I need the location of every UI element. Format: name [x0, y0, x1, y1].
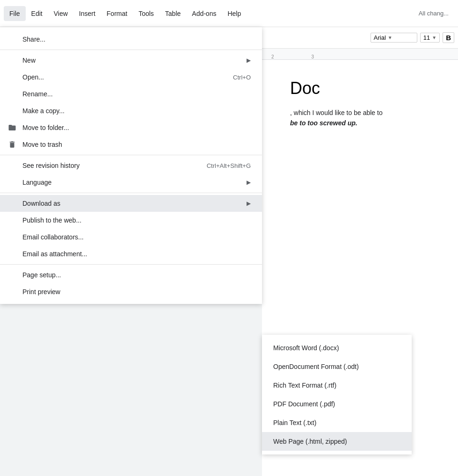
doc-body-text: , which I would like to be able to — [290, 109, 383, 116]
menu-addons[interactable]: Add-ons — [186, 6, 222, 21]
menu-file[interactable]: File — [4, 6, 26, 21]
divider-3 — [0, 193, 262, 193]
move-to-trash-label: Move to trash — [22, 141, 62, 148]
menu-item-print-preview[interactable]: Print preview — [0, 283, 262, 300]
font-name-arrow-icon: ▼ — [388, 35, 393, 40]
new-arrow-icon: ▶ — [247, 57, 251, 64]
file-menu-dropdown: Share... New ▶ Open... Ctrl+O Rename... … — [0, 27, 262, 304]
font-size-label: 11 — [423, 34, 430, 41]
rename-label: Rename... — [22, 90, 53, 98]
font-size-selector[interactable]: 11 ▼ — [420, 33, 440, 43]
ruler-tick-3: 3 — [312, 54, 314, 59]
page-setup-label: Page setup... — [22, 271, 61, 279]
menu-item-email-as-attachment[interactable]: Email as attachment... — [0, 245, 262, 262]
menu-edit[interactable]: Edit — [26, 6, 48, 21]
print-preview-label: Print preview — [22, 288, 60, 296]
menu-item-download-as[interactable]: Download as ▶ — [0, 195, 262, 212]
menu-help[interactable]: Help — [222, 6, 247, 21]
menu-item-new[interactable]: New ▶ — [0, 52, 262, 69]
trash-icon — [7, 140, 17, 149]
open-label: Open... — [22, 73, 44, 81]
submenu-item-txt[interactable]: Plain Text (.txt) — [262, 413, 412, 432]
open-shortcut: Ctrl+O — [233, 74, 251, 81]
font-size-arrow-icon: ▼ — [432, 35, 436, 40]
menu-item-move-to-folder[interactable]: Move to folder... — [0, 119, 262, 136]
bold-button[interactable]: B — [443, 32, 454, 43]
menu-item-open[interactable]: Open... Ctrl+O — [0, 69, 262, 86]
menu-item-publish-to-web[interactable]: Publish to the web... — [0, 212, 262, 229]
menu-item-language[interactable]: Language ▶ — [0, 174, 262, 191]
menu-item-share[interactable]: Share... — [0, 31, 262, 48]
all-changes-label: All chang... — [413, 6, 454, 21]
download-as-label: Download as — [22, 200, 60, 207]
divider-1 — [0, 50, 262, 50]
menu-tools[interactable]: Tools — [133, 6, 160, 21]
document-title: Doc — [290, 79, 430, 98]
html-label: Web Page (.html, zipped) — [273, 438, 347, 445]
ruler-tick-2: 2 — [271, 54, 274, 59]
language-label: Language — [22, 179, 51, 186]
submenu-item-html[interactable]: Web Page (.html, zipped) — [262, 432, 412, 451]
share-label: Share... — [22, 36, 45, 43]
language-arrow-icon: ▶ — [247, 179, 251, 186]
font-name-selector[interactable]: Arial ▼ — [371, 33, 417, 43]
submenu-item-pdf[interactable]: PDF Document (.pdf) — [262, 395, 412, 413]
menu-item-move-to-trash[interactable]: Move to trash — [0, 136, 262, 153]
move-to-folder-label: Move to folder... — [22, 124, 69, 131]
new-label: New — [22, 57, 36, 64]
menu-insert[interactable]: Insert — [73, 6, 101, 21]
email-collaborators-label: Email collaborators... — [22, 233, 84, 241]
docx-label: Microsoft Word (.docx) — [273, 344, 339, 352]
publish-to-web-label: Publish to the web... — [22, 216, 81, 224]
menu-item-make-copy[interactable]: Make a copy... — [0, 102, 262, 119]
font-name-label: Arial — [374, 34, 386, 41]
doc-body-italic: be to too screwed up. — [290, 119, 357, 127]
submenu-item-docx[interactable]: Microsoft Word (.docx) — [262, 339, 412, 357]
txt-label: Plain Text (.txt) — [273, 419, 316, 426]
download-as-arrow-icon: ▶ — [247, 200, 251, 207]
make-copy-label: Make a copy... — [22, 107, 65, 115]
revision-history-label: See revision history — [22, 162, 80, 169]
menu-item-email-collaborators[interactable]: Email collaborators... — [0, 229, 262, 245]
folder-icon — [7, 123, 17, 132]
submenu-item-rtf[interactable]: Rich Text Format (.rtf) — [262, 376, 412, 395]
odt-label: OpenDocument Format (.odt) — [273, 363, 359, 370]
email-as-attachment-label: Email as attachment... — [22, 250, 87, 258]
menu-bar: File Edit View Insert Format Tools Table… — [0, 0, 458, 27]
pdf-label: PDF Document (.pdf) — [273, 400, 335, 408]
menu-item-revision-history[interactable]: See revision history Ctrl+Alt+Shift+G — [0, 157, 262, 174]
menu-item-page-setup[interactable]: Page setup... — [0, 267, 262, 283]
rtf-label: Rich Text Format (.rtf) — [273, 382, 336, 389]
divider-2 — [0, 155, 262, 155]
menu-item-rename[interactable]: Rename... — [0, 86, 262, 102]
divider-4 — [0, 264, 262, 265]
menu-table[interactable]: Table — [160, 6, 186, 21]
ruler: 2 3 — [262, 49, 458, 60]
revision-history-shortcut: Ctrl+Alt+Shift+G — [207, 162, 251, 169]
submenu-item-odt[interactable]: OpenDocument Format (.odt) — [262, 357, 412, 376]
menu-view[interactable]: View — [48, 6, 73, 21]
download-submenu: Microsoft Word (.docx) OpenDocument Form… — [262, 335, 412, 454]
document-body: , which I would like to be able to be to… — [290, 108, 430, 129]
menu-format[interactable]: Format — [101, 6, 133, 21]
